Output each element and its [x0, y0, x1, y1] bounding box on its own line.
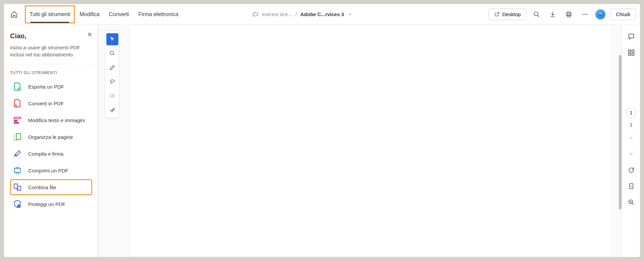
sidebar-close-button[interactable]: ✕: [87, 31, 92, 38]
download-button[interactable]: [547, 9, 558, 20]
tool-label: Comprimi un PDF: [28, 168, 68, 173]
print-icon: [566, 11, 572, 18]
user-avatar[interactable]: [595, 9, 605, 19]
page-fit-button[interactable]: [626, 180, 637, 192]
svg-rect-16: [14, 184, 17, 188]
pencil-icon: [109, 64, 115, 70]
tool-label: Combina file: [28, 185, 56, 190]
document-page[interactable]: [129, 25, 612, 257]
page-up-button[interactable]: [626, 132, 637, 144]
home-button[interactable]: [8, 8, 20, 20]
cursor-icon: [109, 36, 115, 42]
page-down-button[interactable]: [626, 148, 637, 160]
svg-text:A: A: [111, 94, 113, 97]
svg-rect-12: [14, 120, 17, 121]
more-button[interactable]: [579, 9, 591, 20]
sidebar-greeting: Ciao,: [10, 32, 92, 40]
breadcrumb-folder[interactable]: everest dce...: [262, 11, 292, 17]
tool-label: Converti in PDF: [28, 101, 64, 106]
right-rail: 1 1: [622, 25, 640, 257]
lasso-icon: [109, 79, 115, 85]
svg-rect-13: [14, 122, 18, 123]
download-icon: [549, 11, 556, 18]
svg-rect-11: [14, 117, 21, 118]
avatar-icon: [597, 11, 603, 17]
svg-point-0: [534, 12, 538, 16]
compress-pdf-icon: [13, 166, 22, 175]
edit-text-icon: [13, 115, 22, 125]
tool-label: Organizza le pagine: [28, 134, 73, 140]
svg-point-20: [110, 51, 114, 55]
protect-pdf-icon: [13, 199, 22, 209]
tool-protect-pdf[interactable]: Proteggi un PDF: [10, 196, 92, 212]
breadcrumb: everest dce... / Adobe C...rvices 3: [252, 11, 352, 18]
export-pdf-icon: [13, 82, 22, 91]
svg-rect-26: [628, 53, 630, 55]
rotate-button[interactable]: [626, 164, 637, 176]
nav-tab-convert[interactable]: Converti: [104, 5, 134, 23]
svg-point-6: [587, 14, 588, 15]
tool-list: Esporta un PDF Converti in PDF Modifica …: [10, 79, 92, 212]
zoom-in-icon: [628, 199, 635, 206]
print-button[interactable]: [563, 9, 575, 20]
tool-label: Modifica testo e immagini: [28, 117, 85, 123]
tool-compress-pdf[interactable]: Comprimi un PDF: [10, 162, 92, 178]
sidebar-scroll-indicator: [96, 25, 98, 257]
text-callout-tool[interactable]: [106, 47, 118, 59]
tool-organize-pages[interactable]: Organizza le pagine: [10, 129, 92, 145]
tool-convert-pdf[interactable]: Converti in PDF: [10, 95, 92, 111]
chevron-up-icon: [629, 135, 634, 141]
breadcrumb-separator: /: [296, 11, 297, 17]
nav-tab-edit[interactable]: Modifica: [75, 5, 104, 23]
comments-panel-button[interactable]: [626, 31, 637, 42]
app-window: Tutti gli strumenti Modifica Converti Fi…: [4, 4, 640, 257]
draw-tool[interactable]: [106, 75, 118, 88]
search-icon: [533, 11, 540, 18]
tool-label: Proteggi un PDF: [28, 201, 65, 207]
page-fit-icon: [628, 183, 635, 190]
open-external-icon: [494, 12, 499, 17]
tool-export-pdf[interactable]: Esporta un PDF: [10, 79, 92, 95]
svg-rect-25: [632, 50, 634, 52]
svg-rect-24: [628, 50, 630, 52]
highlight-tool[interactable]: [106, 61, 118, 73]
comment-icon: [628, 33, 635, 40]
vertical-scrollbar[interactable]: [619, 55, 622, 209]
search-button[interactable]: [531, 9, 542, 20]
thumbnails-panel-button[interactable]: [626, 47, 637, 58]
organize-pages-icon: [13, 132, 22, 142]
breadcrumb-file[interactable]: Adobe C...rvices 3: [300, 11, 344, 17]
fill-sign-icon: [13, 149, 22, 158]
cloud-icon: [252, 11, 259, 18]
document-area: A: [99, 25, 622, 257]
grid-icon: [628, 49, 635, 56]
desktop-button[interactable]: Desktop: [488, 8, 526, 20]
nav-tab-esign[interactable]: Firma elettronica: [133, 5, 183, 23]
textbox-tool[interactable]: A: [106, 90, 118, 102]
close-button[interactable]: Chiudi: [610, 8, 636, 20]
zoom-button[interactable]: [626, 197, 637, 208]
chevron-down-icon: [629, 151, 634, 157]
chevron-down-icon[interactable]: [347, 12, 352, 17]
combine-files-icon: [13, 182, 22, 192]
page-total: 1: [630, 122, 633, 127]
signature-tool[interactable]: [106, 104, 118, 116]
tools-sidebar: ✕ Ciao, Inizia a usare gli strumenti PDF…: [4, 25, 99, 257]
svg-point-4: [583, 14, 584, 15]
callout-icon: [109, 50, 115, 56]
desktop-button-label: Desktop: [502, 11, 521, 17]
main-area: ✕ Ciao, Inizia a usare gli strumenti PDF…: [4, 25, 640, 257]
signature-icon: [109, 107, 115, 113]
top-bar: Tutti gli strumenti Modifica Converti Fi…: [4, 4, 640, 25]
tool-label: Esporta un PDF: [28, 84, 64, 90]
nav-tab-all-tools[interactable]: Tutti gli strumenti: [25, 5, 75, 23]
page-input[interactable]: 1: [627, 108, 636, 117]
tool-combine-files[interactable]: Combina file: [10, 179, 92, 195]
svg-point-5: [585, 14, 586, 15]
tool-fill-sign[interactable]: Compila e firma: [10, 146, 92, 162]
annotation-tool-rail: A: [105, 31, 119, 118]
convert-pdf-icon: [13, 99, 22, 108]
tool-edit-text[interactable]: Modifica testo e immagini: [10, 112, 92, 128]
select-tool[interactable]: [106, 33, 118, 45]
sidebar-subtext: Inizia a usare gli strumenti PDF inclusi…: [10, 44, 92, 64]
